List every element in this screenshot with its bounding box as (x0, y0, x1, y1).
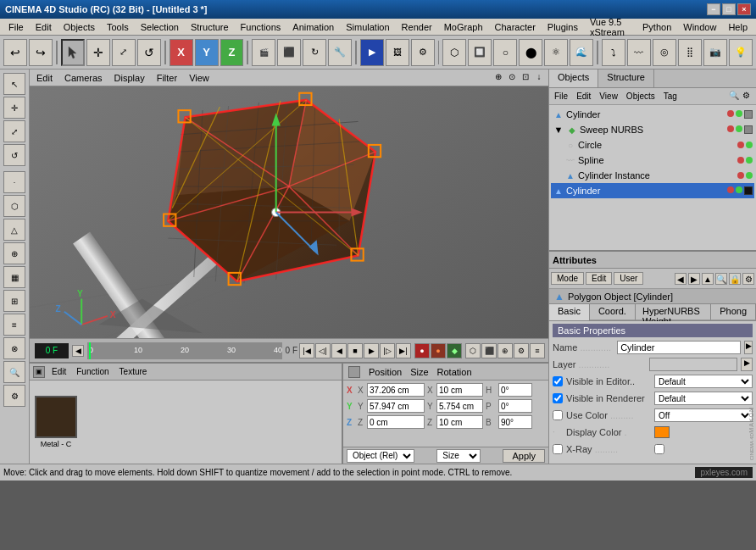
tb-obj1[interactable]: ⬡ (442, 39, 466, 66)
attr-visible-editor-select[interactable]: Default (654, 375, 753, 388)
tb-obj4[interactable]: ⬤ (519, 39, 542, 66)
coord-z-rot-input[interactable] (498, 415, 532, 429)
xray-value-checkbox[interactable] (654, 444, 664, 454)
menu-file[interactable]: File (3, 20, 29, 34)
coords-mode-dropdown[interactable]: Object (Rel) World (347, 449, 414, 463)
left-btn-12[interactable]: ⊗ (3, 337, 25, 359)
mat-toggle[interactable]: ▣ (33, 366, 45, 378)
attr-name-arrow[interactable]: ▶ (744, 341, 753, 354)
menu-vue[interactable]: Vue 9.5 xStream (585, 15, 636, 39)
obj-tool-edit[interactable]: Edit (573, 91, 594, 102)
obj-row-sweep-nurbs[interactable]: ▼ ◆ Sweep NURBS (551, 122, 754, 137)
record-btn[interactable]: ● (414, 343, 430, 358)
attr-mode-btn[interactable]: Mode (551, 272, 584, 285)
tb-array[interactable]: ⣿ (678, 39, 702, 66)
tb-btn3[interactable]: ↻ (303, 39, 326, 66)
tl-extra-2[interactable]: ⬛ (481, 343, 497, 358)
menu-objects[interactable]: Objects (58, 20, 100, 34)
attr-tab-basic[interactable]: Basic (549, 304, 590, 320)
tb-light[interactable]: 💡 (729, 39, 753, 66)
tl-extra-4[interactable]: ⚙ (514, 343, 529, 358)
coord-z-pos-input[interactable] (367, 415, 425, 429)
tl-extra-1[interactable]: ⬡ (465, 343, 481, 358)
menu-selection[interactable]: Selection (136, 20, 184, 34)
tb-obj2[interactable]: 🔲 (468, 39, 492, 66)
vp-menu-filter[interactable]: Filter (153, 72, 181, 84)
attr-tab-coord[interactable]: Coord. (590, 304, 636, 320)
menu-render[interactable]: Render (397, 20, 437, 34)
attr-use-color-select[interactable]: Off (654, 408, 753, 422)
key-btn[interactable]: ◆ (447, 343, 462, 358)
coord-z-size-input[interactable] (436, 415, 483, 429)
transport-end[interactable]: ▶| (396, 343, 411, 358)
left-btn-6[interactable]: ⬡ (3, 195, 25, 217)
viewport-canvas[interactable]: Perspective (30, 86, 548, 338)
vp-menu-edit[interactable]: Edit (33, 72, 56, 84)
menu-window[interactable]: Window (678, 20, 721, 34)
tb-deform[interactable]: ⤵ (602, 39, 625, 66)
menu-edit[interactable]: Edit (31, 20, 57, 34)
timeline-ruler[interactable]: 0 10 20 30 40 50 60 70 80 90 (87, 342, 282, 359)
obj-row-spline[interactable]: 〰 Spline (551, 153, 754, 168)
tb-render1[interactable]: ▶ (360, 39, 384, 66)
menu-animation[interactable]: Animation (287, 20, 339, 34)
left-btn-4[interactable]: ↺ (3, 144, 25, 166)
redo-btn[interactable]: ↪ (29, 39, 53, 66)
minimize-button[interactable]: − (707, 3, 720, 15)
mat-texture[interactable]: Texture (116, 366, 151, 377)
attr-search-icon[interactable]: 🔍 (715, 273, 727, 285)
tb-render3[interactable]: ⚙ (411, 39, 435, 66)
coords-toggle[interactable] (348, 366, 360, 378)
attr-display-color-swatch[interactable] (654, 426, 670, 438)
xray-checkbox[interactable] (553, 444, 563, 454)
attr-layer-value[interactable] (649, 358, 737, 371)
menu-python[interactable]: Python (637, 20, 676, 34)
vp-icon-1[interactable]: ⊕ (492, 72, 504, 84)
obj-row-cylinder-instance[interactable]: ▲ Cylinder Instance (551, 168, 754, 183)
coord-y-size-input[interactable] (436, 399, 483, 413)
visible-editor-checkbox[interactable] (553, 376, 563, 386)
apply-button[interactable]: Apply (503, 449, 545, 463)
pointer-btn[interactable] (61, 39, 85, 66)
left-btn-7[interactable]: △ (3, 219, 25, 241)
mat-function[interactable]: Function (73, 366, 112, 377)
time-prev-btn[interactable]: ◀ (72, 345, 84, 357)
left-btn-3[interactable]: ⤢ (3, 120, 25, 142)
tab-structure[interactable]: Structure (598, 69, 654, 87)
tb-obj3[interactable]: ○ (493, 39, 517, 66)
menu-tools[interactable]: Tools (102, 20, 134, 34)
z-axis-btn[interactable]: Z (220, 39, 244, 66)
menu-help[interactable]: Help (723, 20, 753, 34)
coord-x-pos-input[interactable] (367, 383, 425, 397)
attr-next-icon[interactable]: ▶ (688, 273, 700, 285)
attr-prev-icon[interactable]: ◀ (675, 273, 687, 285)
tl-extra-5[interactable]: ≡ (530, 343, 545, 358)
attr-tab-phong[interactable]: Phong (711, 304, 756, 320)
transport-start[interactable]: |◀ (299, 343, 314, 358)
vp-icon-2[interactable]: ⊙ (506, 72, 518, 84)
coords-size-dropdown[interactable]: Size Scale (436, 449, 481, 463)
menu-plugins[interactable]: Plugins (542, 20, 583, 34)
attr-visible-renderer-select[interactable]: Default (654, 392, 753, 405)
x-axis-btn[interactable]: X (170, 39, 193, 66)
attr-up-icon[interactable]: ▲ (702, 273, 714, 285)
mat-edit[interactable]: Edit (48, 366, 69, 377)
attr-layer-arrow[interactable]: ▶ (741, 358, 753, 371)
transport-next-key[interactable]: |▷ (380, 343, 395, 358)
transport-prev-key[interactable]: ◁| (315, 343, 331, 358)
use-color-checkbox[interactable] (553, 410, 563, 420)
attr-lock-icon[interactable]: 🔒 (729, 273, 741, 285)
undo-btn[interactable]: ↩ (3, 39, 27, 66)
tb-spline[interactable]: 〰 (627, 39, 651, 66)
obj-tool-view[interactable]: View (596, 91, 621, 102)
vp-menu-display[interactable]: Display (111, 72, 148, 84)
scale-btn[interactable]: ⤢ (112, 39, 136, 66)
menu-mograph[interactable]: MoGraph (439, 20, 488, 34)
y-axis-btn[interactable]: Y (195, 39, 219, 66)
obj-icon-search[interactable]: 🔍 (729, 91, 741, 103)
left-btn-14[interactable]: ⚙ (3, 385, 25, 407)
tb-btn1[interactable]: 🎬 (252, 39, 275, 66)
close-button[interactable]: × (737, 3, 751, 15)
attr-edit-btn[interactable]: Edit (586, 272, 612, 285)
left-btn-2[interactable]: ✛ (3, 97, 25, 119)
